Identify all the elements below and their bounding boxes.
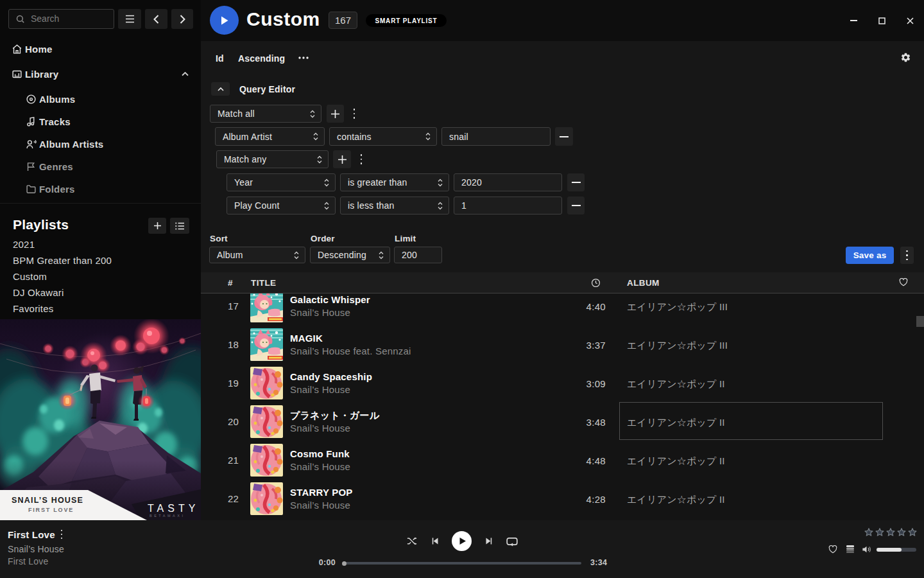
svg-text:FIRST LOVE: FIRST LOVE [28, 507, 74, 513]
svg-text:TASTY: TASTY [148, 503, 199, 514]
svg-text:SNAIL’S HOUSE: SNAIL’S HOUSE [12, 496, 83, 505]
svg-text:BETAMAXI: BETAMAXI [150, 514, 185, 518]
